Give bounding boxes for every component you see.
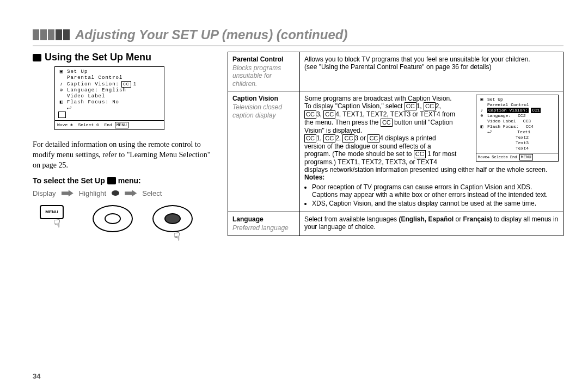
table-row: Language Preferred language Select from … [228, 212, 564, 236]
menu-footer-move: Move [57, 122, 68, 127]
caption-note2: XDS, Caption Vision, and the status disp… [312, 200, 559, 207]
picto-navigate [93, 205, 131, 232]
caption-l2a: To display "Caption Vision," select [304, 102, 405, 110]
mini-r4v: CC3 [523, 119, 531, 124]
language-sub: Preferred language [232, 224, 295, 232]
mini-r5: Flash Focus: [487, 124, 519, 129]
table-row: Caption Vision Television closed caption… [228, 91, 564, 212]
title-row: Adjusting Your SET UP (menus) (continued… [33, 27, 564, 42]
intro-text: For detailed information on using the re… [33, 140, 218, 171]
menu-return-icon: ⮐ [67, 106, 72, 112]
caption-l2c: 2, [436, 102, 441, 110]
caption-l8a: program. (The mode should be set to [304, 150, 414, 158]
picto-select: ☟ [152, 205, 191, 245]
caption-sub: Television closed caption display [232, 103, 295, 119]
cc-box: CC [367, 134, 379, 143]
menu-footer-menu: MENU [115, 122, 128, 128]
setup-icon-small [107, 177, 116, 184]
arrow-icon-2 [125, 190, 137, 196]
cc-box: CC [414, 150, 426, 158]
caption-l3a: 3, [316, 110, 323, 118]
flow-highlight: Highlight [79, 189, 107, 197]
page-title: Adjusting Your SET UP (menus) (continued… [75, 27, 347, 42]
caption-l6a: 1, [316, 134, 323, 142]
cc-box: CC [304, 110, 316, 119]
caption-l2b: 1, [416, 102, 424, 110]
cc-box: CC [381, 119, 393, 127]
flow-select: Select [142, 189, 162, 197]
menu-highlight-icon [58, 112, 66, 118]
setup-table: Parental Control Blocks programs unsuita… [228, 52, 564, 236]
subheading-b: menu: [118, 176, 141, 185]
caption-l3b: 4, TEXT1, TEXT2, TEXT3 or TEXT4 from [335, 110, 455, 118]
mini-r3v: CC2 [518, 113, 525, 119]
cc-box: CC [323, 110, 335, 119]
mini-r2cc: CC1 [531, 108, 541, 113]
section-heading: Using the Set Up Menu [33, 52, 218, 63]
menu-row-2: Language: English [67, 88, 126, 94]
caption-l4b: button until "Caption [394, 119, 453, 126]
mini-r2: Caption Vision: [487, 108, 529, 113]
caption-l6c: 3 or [354, 134, 367, 142]
title-stripes-icon [33, 29, 70, 40]
language-a: Select from available languages [304, 215, 399, 223]
mini-fend: End [510, 155, 517, 159]
menu-cc-box: CC [121, 81, 131, 88]
remote-select-icon [152, 205, 193, 232]
cc-box: CC [405, 102, 416, 110]
menu-row-1: Caption Vision: [67, 82, 119, 88]
menu-cc-num: 1 [133, 82, 137, 88]
subheading: To select the Set Up menu: [33, 176, 218, 185]
mini-fselect: Select [492, 155, 505, 159]
caption-l6d: 4 displays a printed [379, 134, 436, 142]
caption-notes-label: Notes: [304, 174, 324, 181]
mini-fmove: Move [478, 155, 487, 159]
pictogram-row: MENU ☟ ☟ [33, 205, 218, 245]
cc-box: CC [304, 134, 316, 143]
mini-t2: Text2 [516, 135, 529, 140]
parental-body1: Allows you to block TV programs that you… [304, 55, 559, 63]
page-number: 34 [33, 372, 40, 380]
mini-r3: Language: [487, 113, 511, 119]
cc-box: CC [323, 134, 335, 143]
caption-l6b: 2, [335, 134, 342, 142]
mini-title: Set Up [487, 97, 503, 102]
caption-label: Caption Vision [232, 95, 278, 102]
caption-mini-screenshot: ▣Set Up Parental Control ♪Caption Vision… [476, 95, 559, 162]
mini-t1: Text1 [517, 129, 530, 135]
language-d: Français) [463, 215, 492, 223]
setup-menu-screenshot: ▣Set Up Parental Control ♪ Caption Visio… [54, 66, 164, 130]
menu-row-4: Flash Focus: No [67, 100, 119, 106]
setup-icon [33, 54, 41, 61]
highlight-oval-icon [112, 190, 119, 196]
flow-display: Display [33, 189, 56, 197]
caption-notes: Poor reception of TV programs can cause … [312, 183, 559, 207]
mini-t4: Text4 [516, 146, 529, 151]
language-c: or [455, 215, 463, 223]
menu-row-0: Parental Control [67, 75, 122, 81]
remote-nav-icon [93, 205, 133, 232]
menu-title: Set Up [67, 69, 88, 75]
hand-icon: ☟ [38, 217, 76, 230]
section-heading-text: Using the Set Up Menu [45, 52, 151, 63]
language-label: Language [232, 215, 264, 223]
mini-r1: Parental Control [487, 102, 529, 108]
mini-fmenu: MENU [519, 154, 533, 160]
mini-r5v: CC4 [525, 124, 533, 129]
picto-menu: MENU ☟ [33, 205, 71, 232]
menu-footer-select: Select [78, 122, 94, 127]
parental-label: Parental Control [232, 55, 283, 63]
arrow-icon [62, 190, 74, 196]
caption-l4a: the menu. Then press the [304, 119, 381, 126]
cc-box: CC [424, 102, 436, 110]
mini-r4: Video Label [487, 119, 516, 124]
mini-t3: Text3 [516, 140, 529, 146]
caption-l8b: 1 for most [427, 150, 456, 158]
hand-icon-2: ☟ [158, 230, 196, 243]
parental-sub: Blocks programs unsuitable for children. [232, 64, 295, 88]
subheading-a: To select the Set Up [33, 176, 105, 185]
parental-body2: (see "Using the Parental Control Feature… [304, 63, 559, 71]
caption-note1: Poor reception of TV programs can cause … [312, 183, 559, 199]
select-flow: Display Highlight Select [33, 189, 218, 197]
title-rule [33, 46, 564, 46]
